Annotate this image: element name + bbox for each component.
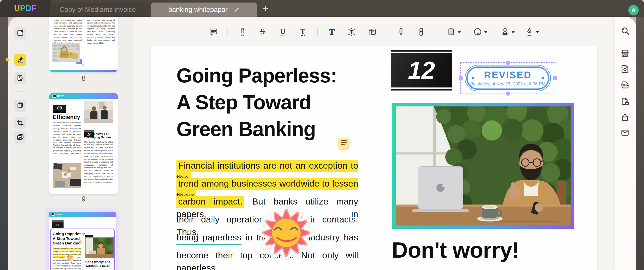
- wallpaper-right-strip: [636, 17, 644, 270]
- toolbar-strikethrough-button[interactable]: S: [257, 27, 268, 38]
- thumbnail-page-8[interactable]: straight to the authorized parties' emai…: [49, 17, 118, 72]
- stamp-icon: [500, 27, 510, 37]
- toolbar-separator: [317, 28, 318, 36]
- tab-label: banking whitepapar: [168, 6, 228, 14]
- toolbar-stamp-button[interactable]: [499, 27, 511, 38]
- app-logo-zone: UPDF: [0, 0, 51, 17]
- ocr-button[interactable]: OCR: [619, 48, 631, 59]
- updf-mini-logo-icon: [52, 95, 56, 98]
- underline-annotation[interactable]: being paperless: [176, 232, 242, 245]
- svg-text:OCR: OCR: [622, 54, 628, 56]
- toolbar-sticker-button[interactable]: [472, 27, 483, 38]
- sticky-note-annotation[interactable]: [338, 138, 349, 149]
- sun-sticker-annotation[interactable]: [258, 207, 315, 259]
- signature-pen-icon: [525, 27, 534, 37]
- toolbar-signature-button[interactable]: [524, 27, 535, 38]
- thumb9-badge: 09: [53, 105, 66, 112]
- tab-banking-whitepaper[interactable]: banking whitepapar: [151, 3, 257, 17]
- thumb10-viewport-rect: [50, 229, 115, 270]
- updf-mini-logo-text: UPDF: [57, 95, 64, 97]
- toolbar-squiggly-button[interactable]: T: [297, 27, 308, 38]
- sidebar-item-comment[interactable]: [14, 54, 26, 66]
- para-line-1: Financial institutions are not an except…: [176, 159, 358, 172]
- thumb9-header: UPDF: [49, 93, 118, 99]
- pdfa-button[interactable]: PDF/A: [619, 80, 631, 91]
- toolbar-pencil-button[interactable]: [395, 27, 407, 38]
- search-button[interactable]: [619, 26, 631, 37]
- thumb9-col2-heading: A Good News For Developing Nations: [84, 132, 113, 139]
- toolbar-eraser-button[interactable]: [416, 27, 427, 38]
- sidebar-item-edit[interactable]: [14, 72, 26, 84]
- para-line-3: carbon impact. But banks utilize many pa…: [176, 195, 358, 208]
- stamp-dropdown-caret[interactable]: [512, 31, 515, 33]
- document-lock-icon: [620, 97, 630, 107]
- reader-book-icon: [16, 29, 24, 38]
- protect-button[interactable]: [619, 96, 631, 107]
- signature-dropdown-caret[interactable]: [536, 31, 539, 33]
- sidebar-item-reader[interactable]: [14, 27, 26, 39]
- toolbar-textbox-button[interactable]: T: [346, 27, 357, 38]
- sidebar-item-crop[interactable]: [14, 117, 26, 129]
- resize-handle-bottom[interactable]: [506, 92, 510, 96]
- shape-dropdown-caret[interactable]: [458, 31, 461, 33]
- rail-divider: [17, 91, 24, 92]
- sidebar-item-organize[interactable]: [14, 100, 26, 112]
- rename-tab-icon[interactable]: [234, 7, 240, 12]
- thumb10-page: UPDF 11 Going Paperless: A Step Toward G…: [49, 212, 116, 270]
- squiggly-underline-icon: T: [298, 27, 307, 37]
- updf-logo: UPDF: [14, 4, 36, 13]
- pdfa-icon: PDF/A: [620, 80, 630, 91]
- thumbnail-page-10-selected[interactable]: UPDF 11 Going Paperless: A Step Toward G…: [45, 208, 119, 270]
- avatar[interactable]: A: [628, 5, 639, 15]
- updf-mini-logo-text: UPDF: [56, 213, 62, 216]
- para-line-2: trend among businesses worldwide to less…: [176, 177, 358, 190]
- toolbar-separator: [227, 28, 228, 36]
- svg-text:U: U: [280, 28, 286, 35]
- tab-mediamz-invoice[interactable]: Copy of Mediamz invoice -: [50, 3, 149, 17]
- toolbar-underline-button[interactable]: U: [277, 27, 288, 38]
- toolbar-separator: [435, 28, 435, 36]
- text-icon: T: [327, 27, 336, 37]
- highlight-icon: [238, 27, 247, 37]
- resize-handle-left[interactable]: [459, 76, 463, 80]
- share-icon: [620, 112, 630, 123]
- highlight-annotation[interactable]: carbon impact.: [176, 196, 244, 208]
- thumb9-page-number: 09: [109, 187, 111, 189]
- thumb9-para2: Paperless financial data will lighten th…: [53, 144, 81, 155]
- convert-button[interactable]: [619, 64, 631, 75]
- thumb9-col2-text: Most financial institutions are willing …: [84, 141, 113, 184]
- svg-text:T: T: [329, 27, 335, 36]
- svg-text:PDF/A: PDF/A: [621, 84, 629, 86]
- new-tab-button[interactable]: +: [260, 2, 271, 15]
- sidebar-item-slides[interactable]: [14, 131, 26, 143]
- resize-handle-top[interactable]: [506, 61, 510, 65]
- wallpaper-left-strip: [0, 17, 8, 270]
- thumb9-desk-photo: [53, 163, 81, 188]
- updf-mini-logo-icon: [52, 213, 55, 216]
- thumb8-text-col1: straight to the authorized parties' emai…: [54, 19, 82, 43]
- dont-worry-heading: Don't worry!: [392, 237, 519, 263]
- mail-button[interactable]: [619, 128, 631, 139]
- toolbar-comment-button[interactable]: [208, 27, 219, 38]
- thumb9-heading: Efficiency: [53, 114, 80, 121]
- resize-handle-right[interactable]: [553, 76, 557, 80]
- document-photo: [392, 103, 574, 229]
- thumbnail-page-9[interactable]: UPDF 09 Efficiency As a result, the bank…: [49, 93, 118, 194]
- ocr-icon: OCR: [620, 48, 630, 59]
- revised-stamp-annotation[interactable]: REVISED By shelley at Nov 15, 2022 at 8:…: [460, 62, 555, 94]
- thumb8-text-col2: and the central bank across all savings …: [87, 19, 115, 53]
- toolbar-shape-button[interactable]: [446, 27, 457, 38]
- share-button[interactable]: [619, 112, 631, 123]
- toolbar-highlight-button[interactable]: [237, 27, 248, 38]
- section-number-badge: 12: [391, 50, 452, 91]
- toolbar-callout-button[interactable]: [367, 27, 378, 38]
- sticker-dropdown-caret[interactable]: [484, 31, 487, 33]
- thumb9-office-photo: [84, 101, 113, 123]
- toolbar-text-button[interactable]: T: [326, 27, 337, 38]
- callout-icon: [368, 27, 377, 37]
- crop-icon: [16, 119, 24, 128]
- underline-icon: U: [278, 27, 287, 37]
- active-tool-indicator-dot: [6, 58, 9, 61]
- thumb8-padlock-photo: [52, 43, 80, 62]
- mail-icon: [620, 128, 630, 139]
